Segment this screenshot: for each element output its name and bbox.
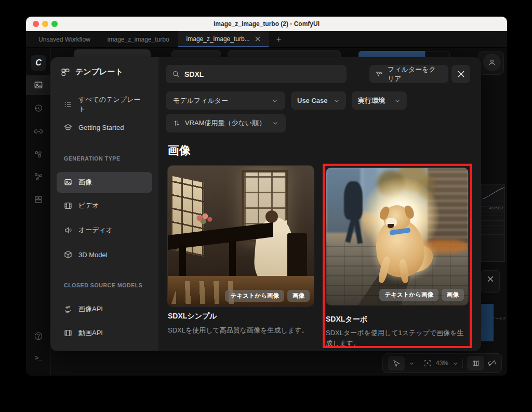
plus-icon: + bbox=[276, 35, 281, 44]
zoom-chevron[interactable] bbox=[453, 361, 458, 366]
toolbar-divider bbox=[419, 358, 419, 368]
close-window-button[interactable] bbox=[33, 21, 39, 27]
sort-label: VRAM使用量（少ない順） bbox=[185, 118, 265, 128]
sidebar-item-image[interactable]: 画像 bbox=[57, 172, 152, 193]
image-icon bbox=[64, 178, 72, 187]
history-button[interactable] bbox=[26, 99, 51, 118]
topbar-fragment bbox=[74, 49, 151, 58]
tab-unsaved-workflow[interactable]: Unsaved Workflow bbox=[30, 31, 99, 47]
card-description: SDXLを使用して高品質な画像を生成します。 bbox=[168, 325, 315, 336]
link-icon bbox=[34, 127, 43, 136]
dialog-title-row: テンプレート bbox=[61, 67, 123, 77]
sort-dropdown[interactable]: VRAM使用量（少ない順） bbox=[166, 114, 286, 132]
badge-image: 画像 bbox=[287, 290, 310, 302]
tab-image-z-image-turbo[interactable]: image_z_image_turbo bbox=[99, 31, 178, 47]
user-avatar-button[interactable] bbox=[483, 54, 501, 71]
terminal-button[interactable]: >_ bbox=[26, 348, 51, 368]
sidebar-item-video[interactable]: ビデオ bbox=[57, 196, 152, 215]
sidebar-item-3d-model[interactable]: 3D Model bbox=[57, 245, 152, 264]
chevron-down-icon bbox=[272, 98, 278, 104]
runtime-dropdown[interactable]: 実行環境 bbox=[352, 91, 407, 110]
titlebar: image_z_image_turbo (2) - ComfyUI bbox=[26, 17, 507, 31]
chevron-down-icon bbox=[394, 98, 401, 104]
template-card-image[interactable]: テキストから画像 画像 bbox=[167, 165, 314, 307]
template-card-image[interactable]: テキストから画像 画像 bbox=[326, 167, 469, 305]
model-library-button[interactable] bbox=[26, 144, 51, 164]
image-gallery-icon bbox=[34, 81, 43, 90]
search-icon bbox=[172, 70, 180, 78]
node-link-button[interactable] bbox=[26, 122, 51, 141]
card-title: SDXLシンプル bbox=[168, 312, 217, 321]
chevron-down-icon bbox=[334, 98, 340, 104]
use-case-dropdown[interactable]: Use Case bbox=[291, 91, 346, 110]
toggle-links-button[interactable] bbox=[488, 359, 496, 367]
node-widget-value: 4105137 bbox=[489, 206, 503, 210]
queue-gallery-button[interactable] bbox=[26, 75, 51, 95]
shortcuts-button[interactable] bbox=[26, 371, 51, 376]
left-toolbar: C bbox=[26, 48, 51, 376]
clear-filters-label: フィルターをクリア bbox=[388, 65, 442, 84]
filter-x-icon bbox=[376, 71, 383, 78]
sidebar-item-label: ビデオ bbox=[78, 201, 99, 210]
flower-vase bbox=[195, 212, 214, 225]
badge-text-to-image: テキストから画像 bbox=[379, 289, 438, 301]
zoom-level[interactable]: 43% bbox=[436, 360, 448, 367]
runtime-label: 実行環境 bbox=[358, 96, 385, 105]
tab-image-z-image-turbo-2[interactable]: image_z_image_turb... bbox=[178, 31, 269, 47]
model-filter-dropdown[interactable]: モデルフィルター bbox=[166, 91, 285, 110]
maximize-window-button[interactable] bbox=[51, 21, 58, 27]
dialog-close-button[interactable] bbox=[451, 65, 470, 83]
canvas-toolbar: 43% bbox=[382, 353, 502, 373]
templates-dialog: テンプレート すべてのテンプレート Getting Started GENERA… bbox=[50, 57, 481, 351]
workflow-nodes-icon bbox=[34, 172, 43, 181]
cursor-icon bbox=[392, 360, 400, 367]
shapes-sparkle-icon bbox=[34, 150, 43, 159]
template-search-box[interactable] bbox=[166, 65, 347, 83]
sparkle-hand-icon bbox=[64, 305, 72, 313]
sidebar-item-image-api[interactable]: 画像API bbox=[57, 300, 152, 318]
person-icon bbox=[487, 58, 497, 67]
node-map-button[interactable] bbox=[26, 167, 51, 187]
minimap-toggle-button[interactable] bbox=[467, 356, 484, 370]
sidebar-item-audio[interactable]: オーディオ bbox=[57, 221, 152, 240]
section-closed-source-models: CLOSED SOURCE MODELS bbox=[64, 282, 142, 288]
template-grid-icon bbox=[34, 195, 43, 204]
node-panel-fragment: 4105137 bbox=[481, 184, 505, 262]
new-tab-button[interactable]: + bbox=[269, 31, 288, 47]
sidebar-item-label: 画像 bbox=[78, 178, 92, 187]
background-blue-widget bbox=[480, 304, 494, 341]
sidebar-item-all-templates[interactable]: すべてのテンプレート bbox=[57, 95, 152, 114]
sort-arrows-icon bbox=[173, 119, 180, 127]
minimize-window-button[interactable] bbox=[42, 21, 48, 27]
templates-button[interactable] bbox=[26, 190, 51, 209]
film-icon bbox=[64, 329, 72, 337]
comfyui-logo[interactable]: C bbox=[31, 55, 46, 71]
help-button[interactable] bbox=[26, 326, 51, 346]
pointer-menu-chevron[interactable] bbox=[409, 361, 415, 366]
tab-label: image_z_image_turbo bbox=[108, 36, 169, 43]
sidebar-item-video-api[interactable]: 動画API bbox=[57, 324, 152, 342]
map-icon bbox=[472, 360, 480, 367]
tab-close-icon[interactable] bbox=[255, 36, 260, 42]
sidebar-item-label: オーディオ bbox=[78, 225, 113, 235]
dog-mouth bbox=[388, 224, 394, 228]
pointer-tool-button[interactable] bbox=[388, 356, 405, 370]
sidebar-item-label: すべてのテンプレート bbox=[78, 95, 145, 114]
dialog-title: テンプレート bbox=[75, 67, 123, 77]
history-icon bbox=[34, 104, 43, 113]
badge-row: テキストから画像 画像 bbox=[225, 290, 310, 302]
film-icon bbox=[64, 202, 72, 210]
tab-label: Unsaved Workflow bbox=[38, 36, 90, 43]
graduation-cap-icon bbox=[64, 123, 72, 131]
chevron-down-icon bbox=[272, 120, 278, 126]
sidebar-item-getting-started[interactable]: Getting Started bbox=[57, 118, 152, 137]
background-panel-fragment bbox=[481, 270, 500, 293]
sidebar-item-label: 動画API bbox=[78, 328, 103, 338]
search-input[interactable] bbox=[184, 70, 330, 78]
clear-filters-button[interactable]: フィルターをクリア bbox=[369, 65, 448, 83]
toolbar-divider bbox=[462, 358, 463, 368]
use-case-label: Use Case bbox=[297, 97, 328, 104]
fit-view-button[interactable] bbox=[423, 359, 432, 367]
workflow-tabbar: Unsaved Workflow image_z_image_turbo ima… bbox=[26, 31, 507, 48]
template-icon bbox=[61, 68, 70, 77]
